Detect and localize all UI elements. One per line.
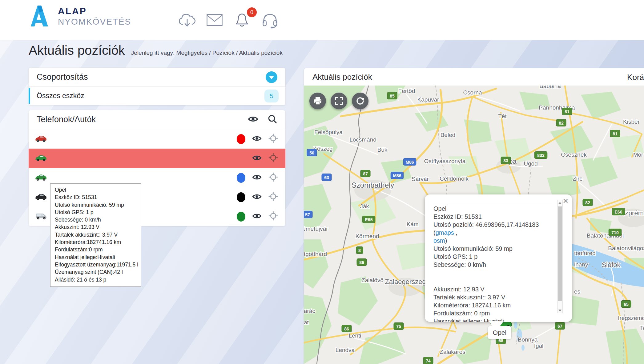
route-shield: 85 xyxy=(387,92,397,99)
map-info-popup: × Opel Eszköz ID: 51531 Utolsó pozíció: … xyxy=(425,194,572,322)
svg-text:74: 74 xyxy=(426,358,431,363)
map-city-label: Zalaegerszeg xyxy=(385,278,426,286)
devices-title: Telefonok/Autók xyxy=(37,115,96,124)
map-city-label: Kisbér xyxy=(623,118,640,125)
svg-text:832: 832 xyxy=(537,153,545,158)
search-devices-button[interactable] xyxy=(268,114,277,125)
logo-line2: NYOMKÖVETÉS xyxy=(58,17,131,27)
tooltip-line: Elfogyasztott üzemanyag:11971.5 l xyxy=(55,261,137,268)
popup-scrollbar[interactable] xyxy=(557,200,563,313)
previous-positions-link[interactable]: Korá xyxy=(627,73,644,82)
eye-icon xyxy=(252,154,262,161)
crosshair-icon xyxy=(268,134,278,143)
tooltip-line: Üzemanyag szint (CAN):42 l xyxy=(55,268,137,276)
map-city-label: Csesznek xyxy=(561,151,587,158)
svg-text:87: 87 xyxy=(363,171,368,176)
refresh-icon xyxy=(356,97,364,105)
group-item-label: Összes eszköz xyxy=(37,92,84,100)
route-shield: 87 xyxy=(360,170,370,177)
print-map-button[interactable] xyxy=(309,93,326,109)
popup-rpm: Fordulatszám: 0 rpm xyxy=(433,309,552,317)
gmaps-link[interactable]: gmaps xyxy=(436,229,454,236)
map-city-label: Iregszemcse xyxy=(618,315,644,321)
route-shield: E65 xyxy=(362,216,375,223)
popup-last-gps: Utolsó GPS: 1 p xyxy=(433,253,552,261)
device-row[interactable] xyxy=(29,129,285,149)
map-city-label: Ugod xyxy=(524,160,537,167)
grouping-title: Csoportosítás xyxy=(37,72,88,82)
device-row[interactable] xyxy=(29,149,285,168)
svg-text:57: 57 xyxy=(305,212,310,217)
device-eye-button[interactable] xyxy=(252,193,262,201)
device-eye-button[interactable] xyxy=(252,174,262,182)
eye-icon xyxy=(252,193,262,200)
map-panel-title: Aktuális pozíciók xyxy=(304,72,372,82)
map-city-label: Zalakaros xyxy=(440,349,465,355)
device-tooltip: OpelEszköz ID: 51531Utolsó kommunikáció:… xyxy=(50,183,141,287)
fullscreen-map-button[interactable] xyxy=(331,93,347,109)
grouping-collapse-button[interactable] xyxy=(266,71,277,83)
popup-odometer: Kilométeróra: 182741.16 km xyxy=(433,301,552,309)
map-city-label: Mór xyxy=(633,151,643,158)
crosshair-icon xyxy=(268,153,278,162)
support-button[interactable] xyxy=(261,11,280,30)
device-eye-button[interactable] xyxy=(252,154,262,162)
device-eye-button[interactable] xyxy=(252,213,262,221)
device-locate-button[interactable] xyxy=(268,153,278,164)
svg-text:83: 83 xyxy=(503,158,508,163)
svg-text:M86: M86 xyxy=(405,160,414,165)
device-eye-button[interactable] xyxy=(252,135,262,143)
show-all-on-map-button[interactable] xyxy=(248,115,258,124)
scroll-down-icon[interactable] xyxy=(557,308,562,313)
device-locate-button[interactable] xyxy=(268,192,278,202)
svg-text:82: 82 xyxy=(559,121,564,126)
eye-icon xyxy=(248,115,258,123)
crosshair-icon xyxy=(268,192,278,201)
scroll-up-icon[interactable] xyxy=(557,200,562,205)
osm-link[interactable]: osm xyxy=(433,237,445,244)
route-shield: 86 xyxy=(342,325,352,332)
page-title: Aktuális pozíciók xyxy=(29,43,125,58)
eye-icon xyxy=(252,213,262,219)
svg-text:67: 67 xyxy=(557,324,562,329)
route-shield: 832 xyxy=(534,152,547,159)
map-city-label: Fertőd xyxy=(398,88,415,94)
route-shield: E66 xyxy=(612,208,625,215)
close-icon[interactable]: × xyxy=(563,196,568,206)
tooltip-line: Opel xyxy=(55,186,137,194)
device-locate-button[interactable] xyxy=(268,172,278,183)
app-header: ALAP NYOMKÖVETÉS 0 xyxy=(0,0,644,40)
device-locate-button[interactable] xyxy=(268,134,278,144)
map-city-label: Zalalövő xyxy=(361,277,384,283)
svg-text:81: 81 xyxy=(565,109,570,114)
map-city-label: Csorna xyxy=(463,89,482,96)
map-city-label: Kám xyxy=(406,221,418,227)
status-dot xyxy=(237,192,245,202)
notifications-button[interactable]: 0 xyxy=(233,11,252,30)
scrollbar-thumb[interactable] xyxy=(558,206,562,301)
tooltip-line: Utolsó kommunikáció: 59 mp xyxy=(55,201,137,209)
route-shield: 56 xyxy=(307,149,317,156)
svg-text:E65: E65 xyxy=(365,217,373,222)
map-panel: Aktuális pozíciók Korá xyxy=(304,68,644,364)
route-shield: 81 xyxy=(610,130,620,137)
export-button[interactable] xyxy=(178,11,196,30)
refresh-map-button[interactable] xyxy=(352,93,368,109)
messages-button[interactable] xyxy=(206,11,224,30)
crosshair-icon xyxy=(268,172,278,182)
van-icon xyxy=(35,212,47,220)
status-dot xyxy=(237,134,245,144)
logo-line1: ALAP xyxy=(58,6,131,16)
route-shield: 75 xyxy=(394,323,404,330)
map-city-label: Lendva xyxy=(336,347,355,353)
map-city-label: Bük xyxy=(377,146,388,153)
svg-text:56: 56 xyxy=(309,150,314,155)
route-shield: 83 xyxy=(501,157,511,164)
popup-vehicle-name: Opel xyxy=(433,205,552,213)
car-icon xyxy=(35,193,47,200)
group-item-all-devices[interactable]: Összes eszköz 5 xyxy=(29,87,285,105)
device-locate-button[interactable] xyxy=(268,211,278,222)
map-city-label: Ostffyasszonyfa xyxy=(424,158,466,164)
map-canvas[interactable]: FertődKapuvárCsornaBábolnaPannonhalmaTét… xyxy=(304,86,644,364)
route-shield: 81 xyxy=(562,108,572,115)
